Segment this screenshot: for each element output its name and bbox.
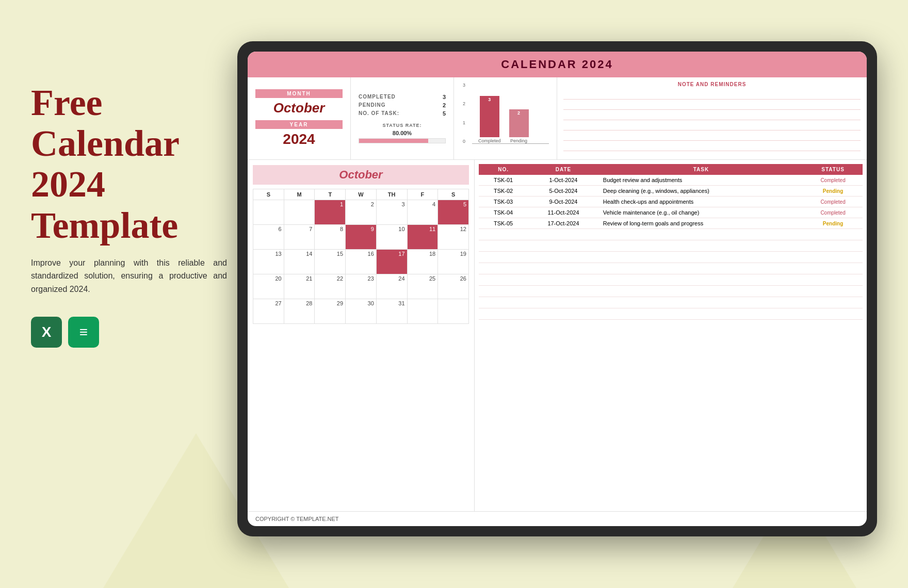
status-rate-value: 80.00%	[359, 130, 446, 136]
completed-label: COMPLETED	[359, 94, 396, 100]
task-no: TSK-01	[479, 175, 528, 186]
stats-numbers: COMPLETED 3 PENDING 2 NO. OF TASK: 5 STA…	[351, 77, 454, 159]
cal-day-3-2: 22	[315, 274, 346, 299]
cal-day-4-4: 31	[376, 299, 407, 324]
cal-day-0-4: 3	[376, 200, 407, 225]
calendar-header: CALENDAR 2024	[248, 52, 867, 77]
task-date: 11-Oct-2024	[528, 207, 599, 218]
completed-value: 3	[443, 94, 446, 100]
cal-day-0-3: 2	[346, 200, 377, 225]
task-name: Health check-ups and appointments	[599, 197, 803, 207]
th-status: STATUS	[803, 164, 863, 175]
empty-task-row	[479, 252, 863, 263]
status-rate-label: STATUS RATE:	[359, 123, 446, 128]
bar-chart-panel: 3 2 1 0 3 Completed	[454, 77, 557, 159]
table-row: TSK-011-Oct-2024Budget review and adjust…	[479, 175, 863, 186]
task-status: Pending	[803, 218, 863, 229]
pending-value: 2	[443, 102, 446, 108]
cal-day-2-1: 14	[284, 250, 315, 274]
empty-task-row	[479, 297, 863, 308]
task-section: NO. DATE TASK STATUS TSK-011-Oct-2024Bud…	[475, 160, 867, 511]
cal-day-0-0	[253, 200, 284, 225]
cal-day-2-6: 19	[438, 250, 469, 274]
th-no: NO.	[479, 164, 528, 175]
cal-day-1-0: 6	[253, 225, 284, 250]
cal-day-3-1: 21	[284, 274, 315, 299]
calendar-footer: COPYRIGHT © TEMPLATE.NET	[248, 511, 867, 526]
note-line-2	[563, 101, 861, 110]
task-date: 9-Oct-2024	[528, 197, 599, 207]
main-content: October S M T W TH F S 1	[248, 160, 867, 511]
notask-value: 5	[443, 110, 446, 117]
cal-day-4-2: 29	[315, 299, 346, 324]
status-rate-section: STATUS RATE: 80.00%	[359, 123, 446, 143]
year-value: 2024	[283, 131, 315, 148]
empty-task-row	[479, 308, 863, 320]
cal-day-1-4: 10	[376, 225, 407, 250]
tablet-device: CALENDAR 2024 MONTH October YEAR 2024 CO…	[237, 41, 877, 536]
cal-day-0-6: 5	[438, 200, 469, 225]
note-line-1	[563, 90, 861, 100]
notask-label: NO. OF TASK:	[359, 110, 399, 116]
empty-task-row	[479, 263, 863, 274]
task-date: 1-Oct-2024	[528, 175, 599, 186]
calendar-month-header: October	[253, 165, 469, 185]
task-no: TSK-04	[479, 207, 528, 218]
app-icons-row: X ≡	[31, 317, 227, 348]
table-row: TSK-025-Oct-2024Deep cleaning (e.g., win…	[479, 186, 863, 197]
empty-task-row	[479, 274, 863, 286]
cal-day-2-0: 13	[253, 250, 284, 274]
description-text: Improve your planning with this reliable…	[31, 256, 227, 296]
calendar-grid: S M T W TH F S 1234567891011121314151617…	[253, 189, 469, 324]
cal-day-3-5: 25	[407, 274, 438, 299]
cal-day-3-0: 20	[253, 274, 284, 299]
progress-fill	[359, 139, 428, 143]
task-table: NO. DATE TASK STATUS TSK-011-Oct-2024Bud…	[479, 164, 863, 320]
th-date: DATE	[528, 164, 599, 175]
weekday-fri: F	[407, 189, 438, 200]
excel-icon[interactable]: X	[31, 317, 62, 348]
task-name: Vehicle maintenance (e.g., oil change)	[599, 207, 803, 218]
month-label: MONTH	[255, 89, 343, 98]
cal-day-2-4: 17	[376, 250, 407, 274]
empty-task-row	[479, 240, 863, 252]
notes-panel: NOTE AND REMINDERS	[557, 77, 867, 159]
cal-day-0-2: 1	[315, 200, 346, 225]
cal-day-4-6	[438, 299, 469, 324]
th-task: TASK	[599, 164, 803, 175]
cal-day-3-6: 26	[438, 274, 469, 299]
pending-label: PENDING	[359, 102, 386, 108]
empty-task-row	[479, 229, 863, 240]
task-no: TSK-02	[479, 186, 528, 197]
stat-pending-row: PENDING 2	[359, 102, 446, 108]
empty-task-row	[479, 286, 863, 297]
weekday-tue: T	[315, 189, 346, 200]
cal-day-4-5	[407, 299, 438, 324]
table-row: TSK-0411-Oct-2024Vehicle maintenance (e.…	[479, 207, 863, 218]
sheets-icon[interactable]: ≡	[68, 317, 99, 348]
year-label: YEAR	[255, 120, 343, 129]
cal-day-2-2: 15	[315, 250, 346, 274]
weekday-wed: W	[346, 189, 377, 200]
cal-day-1-6: 12	[438, 225, 469, 250]
task-date: 17-Oct-2024	[528, 218, 599, 229]
table-row: TSK-039-Oct-2024Health check-ups and app…	[479, 197, 863, 207]
stat-notask-row: NO. OF TASK: 5	[359, 110, 446, 117]
tablet-screen: CALENDAR 2024 MONTH October YEAR 2024 CO…	[248, 52, 867, 526]
footer-text: COPYRIGHT © TEMPLATE.NET	[255, 516, 339, 522]
bar-pending: 2 Pending	[509, 109, 529, 143]
note-line-6	[563, 142, 861, 151]
table-row: TSK-0517-Oct-2024Review of long-term goa…	[479, 218, 863, 229]
cal-day-1-3: 9	[346, 225, 377, 250]
calendar-section: October S M T W TH F S 1	[248, 160, 475, 511]
progress-bar	[359, 138, 446, 143]
task-status: Pending	[803, 186, 863, 197]
main-title: Free Calendar 2024 Template	[31, 83, 227, 246]
month-year-panel: MONTH October YEAR 2024	[248, 77, 351, 159]
notes-title: NOTE AND REMINDERS	[563, 81, 861, 87]
weekday-sat: S	[438, 189, 469, 200]
weekday-mon: M	[284, 189, 315, 200]
cal-day-2-3: 16	[346, 250, 377, 274]
bar-completed: 3 Completed	[478, 96, 501, 143]
note-line-3	[563, 111, 861, 120]
